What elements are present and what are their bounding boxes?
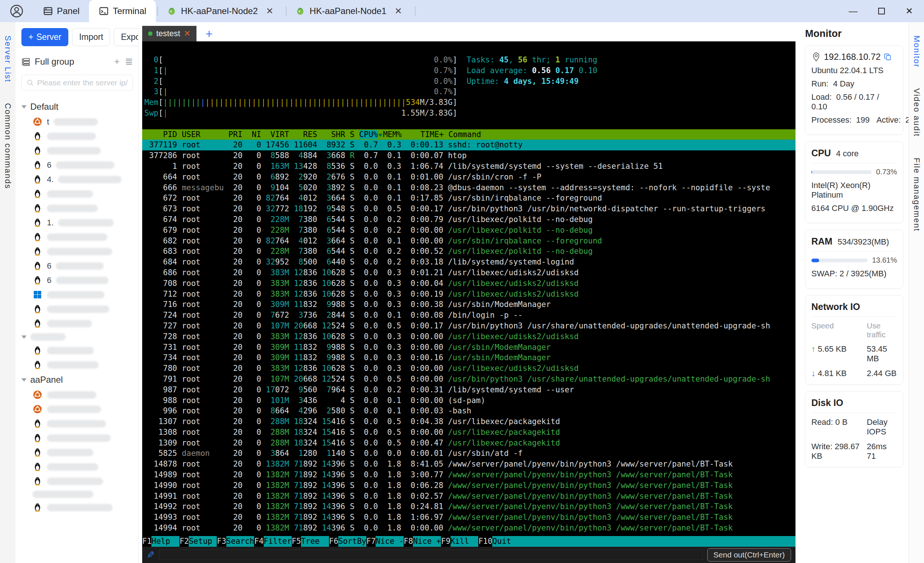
aapanel-node-icon	[167, 6, 177, 16]
htop-process-row: 1307 root 20 0 288M 18324 15416 S 0.0 0.…	[142, 416, 795, 427]
htop-function-key-bar[interactable]: F1Help F2Setup F3SearchF4FilterF5Tree F6…	[142, 536, 795, 547]
terminal-tab-testest[interactable]: testest ✕	[142, 26, 196, 41]
processes-label: Processes:	[812, 115, 852, 125]
tux-icon	[33, 174, 42, 184]
server-item[interactable]	[21, 287, 133, 302]
tux-icon	[33, 360, 42, 370]
chevron-down-icon	[21, 335, 27, 339]
ubuntu-icon	[33, 117, 42, 127]
node-tab-2[interactable]: HK-aaPanel-Node1 ✕	[288, 0, 413, 22]
terminal-input-bar: ✎ Send out(Ctrl+Enter)	[142, 547, 795, 563]
server-item[interactable]	[21, 129, 133, 143]
maximize-button[interactable]	[878, 8, 885, 14]
htop-table-header: PID USER PRI NI VIRT RES SHR S CPU%MEM% …	[142, 129, 795, 140]
tab-separator	[286, 6, 286, 16]
redacted-server-name	[47, 147, 101, 155]
server-item[interactable]	[21, 445, 133, 459]
minimize-button[interactable]: —	[849, 6, 858, 16]
export-button[interactable]: Export	[114, 28, 138, 46]
server-item[interactable]	[21, 431, 133, 445]
network-io-title: Network IO	[812, 302, 860, 312]
htop-process-row: 664 root 20 0 6892 2920 2676 S 0.0 0.1 0…	[142, 172, 795, 183]
search-input[interactable]	[37, 78, 128, 87]
group-header-redacted[interactable]	[21, 330, 133, 343]
htop-process-row: 684 root 20 0 32952 8500 6440 S 0.0 0.2 …	[142, 257, 795, 267]
server-item[interactable]	[21, 201, 133, 215]
full-group-row[interactable]: Full group + ≣	[21, 56, 133, 67]
htop-process-row: 679 root 20 0 228M 7380 6544 S 0.0 0.2 0…	[142, 225, 795, 236]
server-item[interactable]	[21, 357, 133, 372]
edit-pencil-icon[interactable]: ✎	[147, 549, 155, 561]
group-list-icon[interactable]: ≣	[125, 56, 133, 67]
ip-pin-icon	[812, 52, 821, 62]
server-item[interactable]	[21, 416, 133, 431]
node-tab-label: HK-aaPanel-Node2	[181, 6, 258, 16]
server-item[interactable]	[21, 387, 133, 402]
ram-title: RAM	[812, 236, 832, 247]
rail-server-list[interactable]: Server List	[3, 36, 12, 83]
server-item[interactable]: 6	[21, 273, 133, 287]
htop-process-row: 712 root 20 0 383M 12836 10628 S 0.0 0.3…	[142, 289, 795, 300]
tab-panel[interactable]: Panel	[33, 0, 89, 22]
disk-io-title: Disk IO	[812, 398, 843, 408]
add-server-button[interactable]: +Server	[21, 28, 68, 46]
server-item[interactable]: 6	[21, 258, 133, 273]
server-item[interactable]	[21, 316, 133, 330]
user-avatar[interactable]	[0, 0, 33, 22]
redacted-server-name	[47, 434, 111, 442]
server-item[interactable]	[21, 343, 133, 357]
cpu-card: CPU4 core 0.73% Intel(R) Xeon(R) Platinu…	[805, 141, 903, 223]
disk-delay-header: Delay IOPS	[867, 417, 897, 437]
server-item[interactable]: 6	[21, 158, 133, 172]
new-terminal-tab-button[interactable]: +	[203, 26, 215, 41]
tab-terminal[interactable]: Terminal	[89, 0, 156, 22]
rail-file-management[interactable]: File management	[912, 158, 921, 232]
close-icon[interactable]: ✕	[262, 6, 277, 16]
command-input[interactable]	[159, 550, 703, 560]
server-search[interactable]	[21, 75, 133, 91]
terminal-screen[interactable]: 0[ 0.0%] Tasks: 45, 56 thr; 1 running 1[…	[142, 41, 795, 547]
redacted-server-name	[47, 361, 99, 369]
rail-common-commands[interactable]: Common commands	[3, 103, 12, 189]
server-item[interactable]	[21, 474, 133, 488]
server-item[interactable]	[21, 459, 133, 474]
server-item[interactable]	[21, 244, 133, 258]
node-tab-1[interactable]: HK-aaPanel-Node2 ✕	[159, 0, 284, 22]
group-header-aaPanel[interactable]: aaPanel	[21, 372, 133, 387]
add-group-icon[interactable]: +	[114, 56, 120, 67]
tux-icon	[33, 447, 42, 457]
redacted-server-name	[54, 118, 98, 126]
redacted-server-name	[47, 420, 106, 428]
tux-icon	[33, 304, 42, 314]
rail-video-audit[interactable]: Video audit	[912, 88, 921, 137]
copy-icon[interactable]	[884, 53, 892, 61]
send-button[interactable]: Send out(Ctrl+Enter)	[707, 548, 791, 561]
server-item[interactable]: 4.	[21, 172, 133, 186]
server-item[interactable]	[21, 186, 133, 201]
server-item[interactable]: 1.	[21, 215, 133, 230]
upload-traffic: 53.45 MB	[867, 344, 897, 363]
rail-monitor[interactable]: Monitor	[912, 36, 921, 68]
server-item[interactable]	[21, 143, 133, 158]
window-close-button[interactable]: ✕	[906, 6, 913, 16]
import-button[interactable]: Import	[72, 28, 110, 46]
group-header-Default[interactable]: Default	[21, 99, 133, 114]
server-item[interactable]	[21, 402, 133, 416]
redacted-server-name	[47, 133, 96, 140]
plus-icon: +	[28, 32, 33, 42]
server-item[interactable]: t	[21, 114, 133, 129]
swap-usage: SWAP: 2 / 3925(MB)	[812, 269, 897, 279]
terminal-tab-close-icon[interactable]: ✕	[184, 29, 190, 38]
server-item[interactable]	[21, 230, 133, 244]
terminal-tab-label: testest	[156, 29, 180, 38]
server-item[interactable]	[21, 302, 133, 316]
redacted-server-name	[47, 233, 108, 241]
server-os: Ubuntu 22.04.1 LTS	[812, 66, 897, 75]
server-tree: Defaultt64.1.66aaPanel	[21, 99, 133, 515]
ubuntu-icon	[33, 404, 42, 414]
close-icon[interactable]: ✕	[391, 6, 405, 16]
htop-process-row: 716 root 20 0 309M 11832 9988 S 0.0 0.3 …	[142, 299, 795, 310]
search-icon	[26, 78, 34, 87]
server-item[interactable]	[21, 500, 133, 515]
server-item[interactable]	[21, 488, 133, 500]
